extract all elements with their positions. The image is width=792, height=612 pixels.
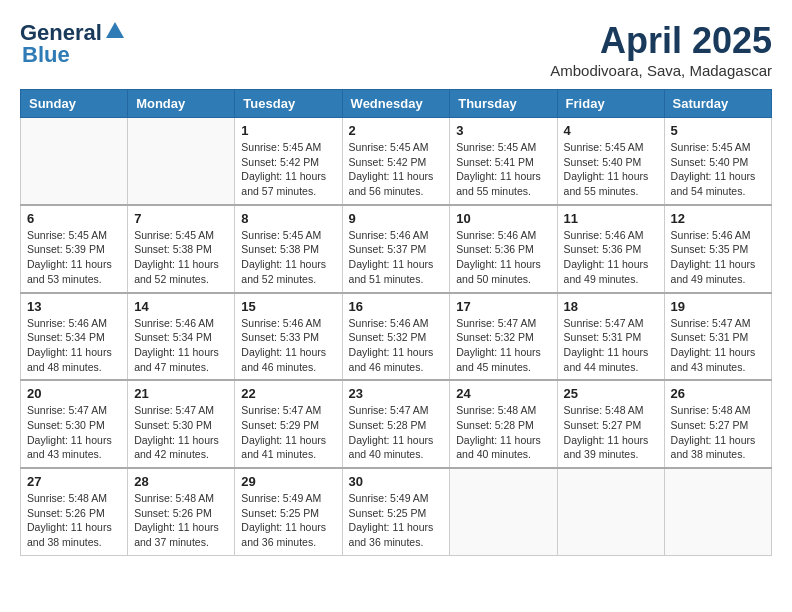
location-title: Ambodivoara, Sava, Madagascar xyxy=(550,62,772,79)
col-header-wednesday: Wednesday xyxy=(342,90,450,118)
col-header-tuesday: Tuesday xyxy=(235,90,342,118)
day-info: Sunrise: 5:45 AMSunset: 5:38 PMDaylight:… xyxy=(134,228,228,287)
day-number: 12 xyxy=(671,211,765,226)
col-header-monday: Monday xyxy=(128,90,235,118)
calendar-cell: 2Sunrise: 5:45 AMSunset: 5:42 PMDaylight… xyxy=(342,118,450,205)
calendar-row-2: 13Sunrise: 5:46 AMSunset: 5:34 PMDayligh… xyxy=(21,293,772,381)
calendar-row-3: 20Sunrise: 5:47 AMSunset: 5:30 PMDayligh… xyxy=(21,380,772,468)
day-number: 28 xyxy=(134,474,228,489)
day-info: Sunrise: 5:47 AMSunset: 5:31 PMDaylight:… xyxy=(564,316,658,375)
day-info: Sunrise: 5:48 AMSunset: 5:27 PMDaylight:… xyxy=(564,403,658,462)
col-header-sunday: Sunday xyxy=(21,90,128,118)
day-number: 13 xyxy=(27,299,121,314)
col-header-thursday: Thursday xyxy=(450,90,557,118)
day-number: 29 xyxy=(241,474,335,489)
day-info: Sunrise: 5:47 AMSunset: 5:30 PMDaylight:… xyxy=(134,403,228,462)
day-info: Sunrise: 5:45 AMSunset: 5:42 PMDaylight:… xyxy=(241,140,335,199)
calendar-cell: 6Sunrise: 5:45 AMSunset: 5:39 PMDaylight… xyxy=(21,205,128,293)
calendar-cell: 7Sunrise: 5:45 AMSunset: 5:38 PMDaylight… xyxy=(128,205,235,293)
day-number: 21 xyxy=(134,386,228,401)
calendar-cell: 16Sunrise: 5:46 AMSunset: 5:32 PMDayligh… xyxy=(342,293,450,381)
calendar-cell: 3Sunrise: 5:45 AMSunset: 5:41 PMDaylight… xyxy=(450,118,557,205)
day-number: 3 xyxy=(456,123,550,138)
day-number: 5 xyxy=(671,123,765,138)
day-number: 2 xyxy=(349,123,444,138)
day-number: 26 xyxy=(671,386,765,401)
day-info: Sunrise: 5:48 AMSunset: 5:26 PMDaylight:… xyxy=(27,491,121,550)
calendar-cell: 21Sunrise: 5:47 AMSunset: 5:30 PMDayligh… xyxy=(128,380,235,468)
day-info: Sunrise: 5:45 AMSunset: 5:39 PMDaylight:… xyxy=(27,228,121,287)
day-info: Sunrise: 5:47 AMSunset: 5:30 PMDaylight:… xyxy=(27,403,121,462)
calendar-cell: 8Sunrise: 5:45 AMSunset: 5:38 PMDaylight… xyxy=(235,205,342,293)
calendar-cell: 12Sunrise: 5:46 AMSunset: 5:35 PMDayligh… xyxy=(664,205,771,293)
calendar-cell xyxy=(128,118,235,205)
day-info: Sunrise: 5:46 AMSunset: 5:36 PMDaylight:… xyxy=(456,228,550,287)
day-number: 18 xyxy=(564,299,658,314)
col-header-friday: Friday xyxy=(557,90,664,118)
calendar-header: SundayMondayTuesdayWednesdayThursdayFrid… xyxy=(21,90,772,118)
calendar-cell: 23Sunrise: 5:47 AMSunset: 5:28 PMDayligh… xyxy=(342,380,450,468)
day-number: 17 xyxy=(456,299,550,314)
day-info: Sunrise: 5:48 AMSunset: 5:26 PMDaylight:… xyxy=(134,491,228,550)
calendar-cell: 25Sunrise: 5:48 AMSunset: 5:27 PMDayligh… xyxy=(557,380,664,468)
day-info: Sunrise: 5:45 AMSunset: 5:40 PMDaylight:… xyxy=(564,140,658,199)
day-number: 24 xyxy=(456,386,550,401)
day-info: Sunrise: 5:46 AMSunset: 5:37 PMDaylight:… xyxy=(349,228,444,287)
calendar-cell: 10Sunrise: 5:46 AMSunset: 5:36 PMDayligh… xyxy=(450,205,557,293)
logo-icon xyxy=(104,20,126,42)
calendar-cell xyxy=(450,468,557,555)
logo: General Blue xyxy=(20,20,126,68)
day-info: Sunrise: 5:46 AMSunset: 5:34 PMDaylight:… xyxy=(134,316,228,375)
calendar-cell: 9Sunrise: 5:46 AMSunset: 5:37 PMDaylight… xyxy=(342,205,450,293)
day-info: Sunrise: 5:45 AMSunset: 5:42 PMDaylight:… xyxy=(349,140,444,199)
svg-marker-0 xyxy=(106,22,124,38)
day-number: 11 xyxy=(564,211,658,226)
calendar-cell: 30Sunrise: 5:49 AMSunset: 5:25 PMDayligh… xyxy=(342,468,450,555)
day-info: Sunrise: 5:47 AMSunset: 5:31 PMDaylight:… xyxy=(671,316,765,375)
calendar-cell: 5Sunrise: 5:45 AMSunset: 5:40 PMDaylight… xyxy=(664,118,771,205)
calendar-cell: 13Sunrise: 5:46 AMSunset: 5:34 PMDayligh… xyxy=(21,293,128,381)
day-number: 19 xyxy=(671,299,765,314)
day-info: Sunrise: 5:46 AMSunset: 5:34 PMDaylight:… xyxy=(27,316,121,375)
day-number: 15 xyxy=(241,299,335,314)
calendar-cell: 19Sunrise: 5:47 AMSunset: 5:31 PMDayligh… xyxy=(664,293,771,381)
calendar-cell: 24Sunrise: 5:48 AMSunset: 5:28 PMDayligh… xyxy=(450,380,557,468)
calendar-cell: 27Sunrise: 5:48 AMSunset: 5:26 PMDayligh… xyxy=(21,468,128,555)
calendar-cell: 26Sunrise: 5:48 AMSunset: 5:27 PMDayligh… xyxy=(664,380,771,468)
calendar-cell: 20Sunrise: 5:47 AMSunset: 5:30 PMDayligh… xyxy=(21,380,128,468)
day-number: 25 xyxy=(564,386,658,401)
day-info: Sunrise: 5:48 AMSunset: 5:27 PMDaylight:… xyxy=(671,403,765,462)
day-number: 23 xyxy=(349,386,444,401)
calendar-cell: 18Sunrise: 5:47 AMSunset: 5:31 PMDayligh… xyxy=(557,293,664,381)
day-info: Sunrise: 5:48 AMSunset: 5:28 PMDaylight:… xyxy=(456,403,550,462)
day-info: Sunrise: 5:46 AMSunset: 5:32 PMDaylight:… xyxy=(349,316,444,375)
calendar-cell: 14Sunrise: 5:46 AMSunset: 5:34 PMDayligh… xyxy=(128,293,235,381)
day-info: Sunrise: 5:45 AMSunset: 5:40 PMDaylight:… xyxy=(671,140,765,199)
calendar-body: 1Sunrise: 5:45 AMSunset: 5:42 PMDaylight… xyxy=(21,118,772,556)
calendar-cell xyxy=(664,468,771,555)
day-info: Sunrise: 5:46 AMSunset: 5:36 PMDaylight:… xyxy=(564,228,658,287)
calendar-cell: 28Sunrise: 5:48 AMSunset: 5:26 PMDayligh… xyxy=(128,468,235,555)
calendar-cell: 15Sunrise: 5:46 AMSunset: 5:33 PMDayligh… xyxy=(235,293,342,381)
header-row: SundayMondayTuesdayWednesdayThursdayFrid… xyxy=(21,90,772,118)
calendar-cell: 4Sunrise: 5:45 AMSunset: 5:40 PMDaylight… xyxy=(557,118,664,205)
calendar-row-4: 27Sunrise: 5:48 AMSunset: 5:26 PMDayligh… xyxy=(21,468,772,555)
day-number: 1 xyxy=(241,123,335,138)
day-number: 22 xyxy=(241,386,335,401)
calendar-cell: 29Sunrise: 5:49 AMSunset: 5:25 PMDayligh… xyxy=(235,468,342,555)
calendar-row-0: 1Sunrise: 5:45 AMSunset: 5:42 PMDaylight… xyxy=(21,118,772,205)
day-number: 10 xyxy=(456,211,550,226)
day-info: Sunrise: 5:46 AMSunset: 5:35 PMDaylight:… xyxy=(671,228,765,287)
header: General Blue April 2025 Ambodivoara, Sav… xyxy=(20,20,772,79)
calendar-cell: 1Sunrise: 5:45 AMSunset: 5:42 PMDaylight… xyxy=(235,118,342,205)
month-title: April 2025 xyxy=(550,20,772,62)
logo-blue-text: Blue xyxy=(22,42,70,68)
day-number: 6 xyxy=(27,211,121,226)
calendar-cell: 22Sunrise: 5:47 AMSunset: 5:29 PMDayligh… xyxy=(235,380,342,468)
col-header-saturday: Saturday xyxy=(664,90,771,118)
day-number: 8 xyxy=(241,211,335,226)
day-info: Sunrise: 5:45 AMSunset: 5:38 PMDaylight:… xyxy=(241,228,335,287)
calendar-cell: 11Sunrise: 5:46 AMSunset: 5:36 PMDayligh… xyxy=(557,205,664,293)
calendar-row-1: 6Sunrise: 5:45 AMSunset: 5:39 PMDaylight… xyxy=(21,205,772,293)
day-info: Sunrise: 5:49 AMSunset: 5:25 PMDaylight:… xyxy=(349,491,444,550)
